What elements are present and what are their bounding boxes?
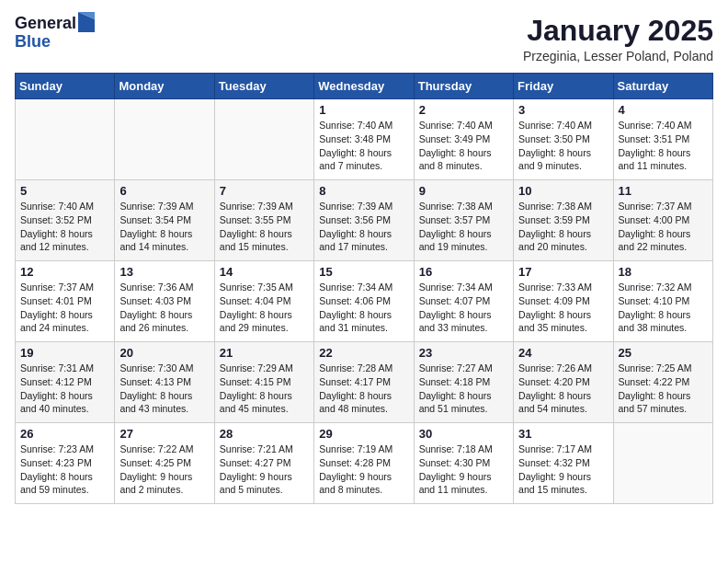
calendar-week-1: 1Sunrise: 7:40 AM Sunset: 3:48 PM Daylig…: [16, 99, 713, 180]
weekday-header-friday: Friday: [514, 74, 613, 99]
day-info: Sunrise: 7:33 AM Sunset: 4:09 PM Dayligh…: [518, 281, 608, 335]
calendar-cell: 29Sunrise: 7:19 AM Sunset: 4:28 PM Dayli…: [314, 423, 414, 504]
day-info: Sunrise: 7:34 AM Sunset: 4:06 PM Dayligh…: [319, 281, 408, 335]
day-info: Sunrise: 7:40 AM Sunset: 3:51 PM Dayligh…: [619, 119, 708, 173]
calendar-cell: [613, 423, 712, 504]
logo-icon: [78, 12, 95, 32]
day-number: 31: [518, 427, 608, 441]
day-info: Sunrise: 7:40 AM Sunset: 3:50 PM Dayligh…: [518, 119, 608, 173]
calendar-week-4: 19Sunrise: 7:31 AM Sunset: 4:12 PM Dayli…: [16, 342, 713, 423]
calendar-cell: [115, 99, 214, 180]
day-number: 18: [619, 265, 708, 279]
day-number: 26: [20, 427, 109, 441]
day-number: 20: [119, 346, 209, 360]
weekday-header-sunday: Sunday: [16, 74, 115, 99]
day-number: 11: [619, 184, 708, 198]
calendar-cell: 27Sunrise: 7:22 AM Sunset: 4:25 PM Dayli…: [115, 423, 214, 504]
location-text: Przeginia, Lesser Poland, Poland: [523, 49, 713, 63]
day-number: 12: [20, 265, 109, 279]
weekday-header-row: SundayMondayTuesdayWednesdayThursdayFrid…: [16, 74, 713, 99]
calendar-cell: 13Sunrise: 7:36 AM Sunset: 4:03 PM Dayli…: [115, 261, 214, 342]
day-info: Sunrise: 7:39 AM Sunset: 3:56 PM Dayligh…: [319, 200, 408, 254]
calendar-cell: 28Sunrise: 7:21 AM Sunset: 4:27 PM Dayli…: [214, 423, 313, 504]
day-number: 6: [119, 184, 209, 198]
day-info: Sunrise: 7:37 AM Sunset: 4:00 PM Dayligh…: [619, 200, 708, 254]
day-number: 4: [619, 103, 708, 117]
calendar-cell: 10Sunrise: 7:38 AM Sunset: 3:59 PM Dayli…: [514, 180, 613, 261]
calendar-week-3: 12Sunrise: 7:37 AM Sunset: 4:01 PM Dayli…: [16, 261, 713, 342]
day-info: Sunrise: 7:18 AM Sunset: 4:30 PM Dayligh…: [419, 442, 508, 497]
logo-general-text: General: [15, 15, 76, 33]
day-number: 24: [518, 346, 608, 360]
day-info: Sunrise: 7:19 AM Sunset: 4:28 PM Dayligh…: [319, 442, 408, 497]
calendar-cell: 24Sunrise: 7:26 AM Sunset: 4:20 PM Dayli…: [514, 342, 613, 423]
calendar-cell: 4Sunrise: 7:40 AM Sunset: 3:51 PM Daylig…: [613, 99, 712, 180]
calendar-cell: 3Sunrise: 7:40 AM Sunset: 3:50 PM Daylig…: [514, 99, 613, 180]
day-info: Sunrise: 7:28 AM Sunset: 4:17 PM Dayligh…: [319, 362, 408, 416]
day-info: Sunrise: 7:38 AM Sunset: 3:57 PM Dayligh…: [419, 200, 508, 254]
day-info: Sunrise: 7:39 AM Sunset: 3:55 PM Dayligh…: [220, 200, 309, 254]
day-info: Sunrise: 7:37 AM Sunset: 4:01 PM Dayligh…: [20, 281, 109, 335]
day-info: Sunrise: 7:40 AM Sunset: 3:52 PM Dayligh…: [20, 200, 109, 254]
day-info: Sunrise: 7:17 AM Sunset: 4:32 PM Dayligh…: [518, 442, 608, 497]
day-info: Sunrise: 7:39 AM Sunset: 3:54 PM Dayligh…: [119, 200, 209, 254]
day-number: 27: [119, 427, 209, 441]
logo: General Blue: [15, 15, 95, 52]
day-info: Sunrise: 7:23 AM Sunset: 4:23 PM Dayligh…: [20, 442, 109, 497]
weekday-header-wednesday: Wednesday: [314, 74, 414, 99]
day-number: 29: [319, 427, 408, 441]
calendar-cell: 8Sunrise: 7:39 AM Sunset: 3:56 PM Daylig…: [314, 180, 414, 261]
calendar-body: 1Sunrise: 7:40 AM Sunset: 3:48 PM Daylig…: [16, 99, 713, 504]
weekday-header-tuesday: Tuesday: [214, 74, 313, 99]
calendar-cell: [214, 99, 313, 180]
day-info: Sunrise: 7:38 AM Sunset: 3:59 PM Dayligh…: [518, 200, 608, 254]
calendar-cell: 22Sunrise: 7:28 AM Sunset: 4:17 PM Dayli…: [314, 342, 414, 423]
calendar-cell: 20Sunrise: 7:30 AM Sunset: 4:13 PM Dayli…: [115, 342, 214, 423]
calendar-cell: 5Sunrise: 7:40 AM Sunset: 3:52 PM Daylig…: [16, 180, 115, 261]
calendar-header: SundayMondayTuesdayWednesdayThursdayFrid…: [16, 74, 713, 99]
day-number: 28: [220, 427, 309, 441]
day-info: Sunrise: 7:36 AM Sunset: 4:03 PM Dayligh…: [119, 281, 209, 335]
day-info: Sunrise: 7:27 AM Sunset: 4:18 PM Dayligh…: [419, 362, 508, 416]
day-number: 9: [419, 184, 508, 198]
day-info: Sunrise: 7:29 AM Sunset: 4:15 PM Dayligh…: [220, 362, 309, 416]
day-number: 1: [319, 103, 408, 117]
day-number: 14: [220, 265, 309, 279]
calendar-cell: 18Sunrise: 7:32 AM Sunset: 4:10 PM Dayli…: [613, 261, 712, 342]
day-number: 25: [619, 346, 708, 360]
day-number: 16: [419, 265, 508, 279]
logo-blue-text: Blue: [15, 33, 95, 52]
weekday-header-monday: Monday: [115, 74, 214, 99]
day-number: 19: [20, 346, 109, 360]
calendar-week-2: 5Sunrise: 7:40 AM Sunset: 3:52 PM Daylig…: [16, 180, 713, 261]
day-number: 17: [518, 265, 608, 279]
calendar-cell: 7Sunrise: 7:39 AM Sunset: 3:55 PM Daylig…: [214, 180, 313, 261]
calendar-cell: 11Sunrise: 7:37 AM Sunset: 4:00 PM Dayli…: [613, 180, 712, 261]
day-info: Sunrise: 7:22 AM Sunset: 4:25 PM Dayligh…: [119, 442, 209, 497]
calendar-cell: 31Sunrise: 7:17 AM Sunset: 4:32 PM Dayli…: [514, 423, 613, 504]
calendar-cell: 17Sunrise: 7:33 AM Sunset: 4:09 PM Dayli…: [514, 261, 613, 342]
calendar-cell: 21Sunrise: 7:29 AM Sunset: 4:15 PM Dayli…: [214, 342, 313, 423]
day-number: 23: [419, 346, 508, 360]
calendar-cell: 30Sunrise: 7:18 AM Sunset: 4:30 PM Dayli…: [414, 423, 513, 504]
weekday-header-thursday: Thursday: [414, 74, 513, 99]
calendar-cell: 16Sunrise: 7:34 AM Sunset: 4:07 PM Dayli…: [414, 261, 513, 342]
calendar-cell: 25Sunrise: 7:25 AM Sunset: 4:22 PM Dayli…: [613, 342, 712, 423]
calendar-cell: 2Sunrise: 7:40 AM Sunset: 3:49 PM Daylig…: [414, 99, 513, 180]
calendar-cell: 14Sunrise: 7:35 AM Sunset: 4:04 PM Dayli…: [214, 261, 313, 342]
calendar-week-5: 26Sunrise: 7:23 AM Sunset: 4:23 PM Dayli…: [16, 423, 713, 504]
calendar-cell: 12Sunrise: 7:37 AM Sunset: 4:01 PM Dayli…: [16, 261, 115, 342]
day-number: 30: [419, 427, 508, 441]
day-info: Sunrise: 7:26 AM Sunset: 4:20 PM Dayligh…: [518, 362, 608, 416]
calendar-cell: 26Sunrise: 7:23 AM Sunset: 4:23 PM Dayli…: [16, 423, 115, 504]
day-info: Sunrise: 7:35 AM Sunset: 4:04 PM Dayligh…: [220, 281, 309, 335]
calendar-table: SundayMondayTuesdayWednesdayThursdayFrid…: [15, 73, 713, 504]
calendar-cell: 9Sunrise: 7:38 AM Sunset: 3:57 PM Daylig…: [414, 180, 513, 261]
day-info: Sunrise: 7:32 AM Sunset: 4:10 PM Dayligh…: [619, 281, 708, 335]
weekday-header-saturday: Saturday: [613, 74, 712, 99]
calendar-cell: [16, 99, 115, 180]
day-number: 8: [319, 184, 408, 198]
calendar-cell: 6Sunrise: 7:39 AM Sunset: 3:54 PM Daylig…: [115, 180, 214, 261]
month-title: January 2025: [523, 15, 713, 47]
day-info: Sunrise: 7:30 AM Sunset: 4:13 PM Dayligh…: [119, 362, 209, 416]
